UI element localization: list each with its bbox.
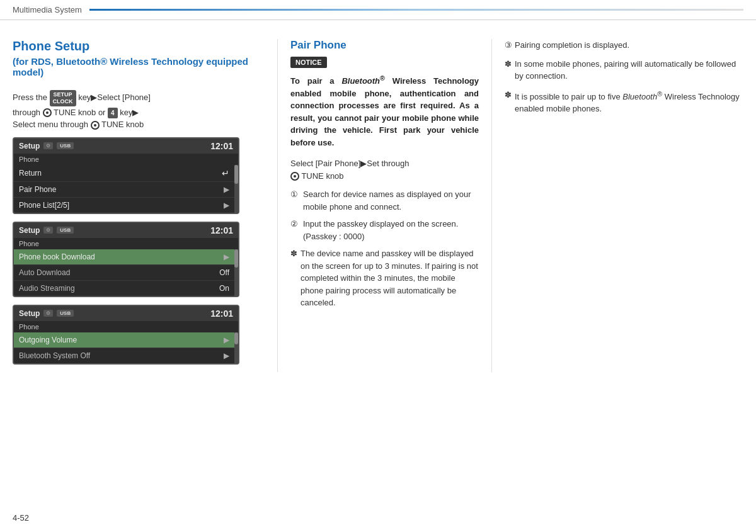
left-column: Phone Setup (for RDS, Bluetooth® Wireles… <box>13 39 277 372</box>
screen-rows-3: Outgoing Volume ▶ Bluetooth System Off ▶ <box>14 332 234 363</box>
screen-header-left-3: Setup ⚙ USB <box>19 309 74 318</box>
row-text-phonebook: Phone book Download <box>19 252 95 261</box>
row-text-pair-phone: Pair Phone <box>19 185 56 194</box>
step-note-device: ✽ The device name and passkey will be di… <box>290 247 479 309</box>
screen-row-audio-streaming[interactable]: Audio Streaming On <box>14 281 234 296</box>
step-num-1: ① <box>290 188 298 201</box>
row-text-audio-streaming: Audio Streaming <box>19 284 75 293</box>
section-subtitle: (for RDS, Bluetooth® Wireless Technology… <box>13 56 265 77</box>
screen-row-phone-list[interactable]: Phone List[2/5] ▶ <box>14 198 234 213</box>
row-text-auto-download: Auto Download <box>19 268 70 277</box>
row-arrow-phone-list: ▶ <box>224 201 229 210</box>
page-footer: 4-52 <box>13 513 29 523</box>
row-text-return: Return <box>19 169 42 178</box>
screen-time-1: 12:01 <box>210 141 233 151</box>
select-instruction: Select [Pair Phone]▶Set through TUNE kno… <box>290 157 479 182</box>
screen-row-pair-phone[interactable]: Pair Phone ▶ <box>14 182 234 198</box>
step-item-2: ② Input the passkey displayed on the scr… <box>290 218 479 242</box>
step-num-2: ② <box>290 218 298 230</box>
screen-header-3: Setup ⚙ USB 12:01 <box>14 306 238 321</box>
section-title: Phone Setup <box>13 39 265 54</box>
right-column: ③ Pairing completion is displayed. ✽ In … <box>491 39 743 372</box>
screen-time-3: 12:01 <box>210 308 233 319</box>
scrollbar-thumb-2 <box>234 249 238 268</box>
screen-label-1: Setup <box>19 142 40 150</box>
pair-description: To pair a Bluetooth® Wireless Technology… <box>290 73 479 149</box>
tune-knob-icon <box>43 108 52 117</box>
row-text-bluetooth-off: Bluetooth System Off <box>19 351 90 360</box>
screen-body-2: Phone book Download ▶ Auto Download Off … <box>14 249 238 296</box>
tune-knob-icon3 <box>290 172 299 181</box>
instruction-text: Press the SETUPCLOCK key▶Select [Phone] … <box>13 90 265 131</box>
usb-badge-3: USB <box>57 310 74 317</box>
screen-mockup-2: Setup ⚙ USB 12:01 Phone Phone book Downl… <box>13 222 239 297</box>
row-arrow-pair-phone: ▶ <box>224 185 229 194</box>
screen-header-left-2: Setup ⚙ USB <box>19 226 74 235</box>
page-number: 4-52 <box>13 513 29 523</box>
screen-label-3: Setup <box>19 309 40 318</box>
screen-row-outgoing-volume[interactable]: Outgoing Volume ▶ <box>14 332 234 348</box>
screen-icon-3: ⚙ <box>43 310 53 317</box>
pair-phone-title: Pair Phone <box>290 39 479 52</box>
screen-rows-2: Phone book Download ▶ Auto Download Off … <box>14 249 234 296</box>
screen-mockup-3: Setup ⚙ USB 12:01 Phone Outgoing Volume … <box>13 305 239 365</box>
screen-subtitle-3: Phone <box>14 321 238 332</box>
screen-row-phonebook[interactable]: Phone book Download ▶ <box>14 249 234 265</box>
screen-header-2: Setup ⚙ USB 12:01 <box>14 223 238 238</box>
right-sym-1: ✽ <box>505 58 512 71</box>
screen-rows-1: Return ↵ Pair Phone ▶ Phone List[2/5] ▶ <box>14 165 234 213</box>
note-sym-device: ✽ <box>290 247 297 260</box>
screen-header-left-1: Setup ⚙ USB <box>19 142 74 150</box>
screen-mockup-1: Setup ⚙ USB 12:01 Phone Return ↵ Pair Ph… <box>13 137 239 214</box>
usb-badge-2: USB <box>57 227 74 234</box>
screen-body-3: Outgoing Volume ▶ Bluetooth System Off ▶ <box>14 332 238 363</box>
scrollbar-3 <box>234 332 238 363</box>
row-value-auto-download: Off <box>219 268 229 277</box>
row-arrow-phonebook: ▶ <box>224 252 229 261</box>
screen-icon-2: ⚙ <box>43 227 53 234</box>
scrollbar-thumb-1 <box>234 165 238 184</box>
screen-subtitle-1: Phone <box>14 154 238 165</box>
tune-knob-icon2 <box>91 121 100 130</box>
setup-key-badge: SETUPCLOCK <box>50 90 76 106</box>
row-arrow-bluetooth-off: ▶ <box>224 351 229 360</box>
num4-key-badge: 4 <box>108 108 118 118</box>
row-text-phone-list: Phone List[2/5] <box>19 201 69 210</box>
right-item-five-phones: ✽ It is possible to pair up to five Blue… <box>505 89 743 115</box>
header-line <box>89 9 743 11</box>
right-list: ③ Pairing completion is displayed. ✽ In … <box>505 39 743 115</box>
right-num-3: ③ <box>505 39 512 52</box>
notice-box: NOTICE <box>290 57 327 68</box>
screen-row-bluetooth-off[interactable]: Bluetooth System Off ▶ <box>14 348 234 363</box>
screen-row-return[interactable]: Return ↵ <box>14 165 234 182</box>
scrollbar-2 <box>234 249 238 296</box>
page-header: Multimedia System <box>0 0 756 20</box>
row-arrow-return: ↵ <box>222 168 229 178</box>
middle-column: Pair Phone NOTICE To pair a Bluetooth® W… <box>277 39 491 372</box>
scrollbar-1 <box>234 165 238 213</box>
row-arrow-outgoing-volume: ▶ <box>224 336 229 344</box>
right-item-some-phones: ✽ In some mobile phones, pairing will au… <box>505 58 743 82</box>
usb-badge-1: USB <box>57 142 74 149</box>
screen-time-2: 12:01 <box>210 225 233 235</box>
main-content: Phone Setup (for RDS, Bluetooth® Wireles… <box>0 20 756 385</box>
screen-header-1: Setup ⚙ USB 12:01 <box>14 139 238 154</box>
right-sym-2: ✽ <box>505 89 512 101</box>
screen-body-1: Return ↵ Pair Phone ▶ Phone List[2/5] ▶ <box>14 165 238 213</box>
screen-row-auto-download[interactable]: Auto Download Off <box>14 265 234 281</box>
row-value-audio-streaming: On <box>219 284 229 293</box>
screen-subtitle-2: Phone <box>14 238 238 249</box>
screen-label-2: Setup <box>19 226 40 235</box>
row-text-outgoing-volume: Outgoing Volume <box>19 336 77 344</box>
step-list: ① Search for device names as displayed o… <box>290 188 479 242</box>
step-item-1: ① Search for device names as displayed o… <box>290 188 479 213</box>
scrollbar-thumb-3 <box>234 332 238 345</box>
right-item-pairing-complete: ③ Pairing completion is displayed. <box>505 39 743 52</box>
screen-icon-1: ⚙ <box>43 142 53 149</box>
header-title: Multimedia System <box>13 5 82 14</box>
